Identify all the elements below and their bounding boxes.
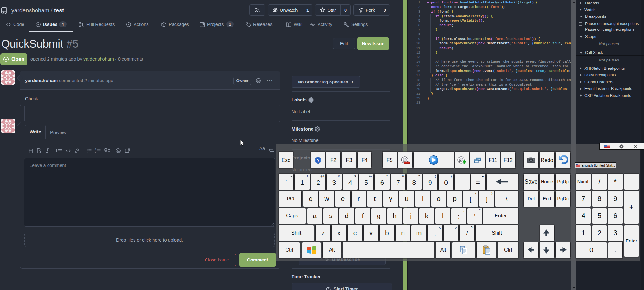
- svg-text:?: ?: [317, 158, 319, 163]
- svg-text:2: 2: [95, 151, 96, 153]
- svg-text:1: 1: [95, 148, 96, 150]
